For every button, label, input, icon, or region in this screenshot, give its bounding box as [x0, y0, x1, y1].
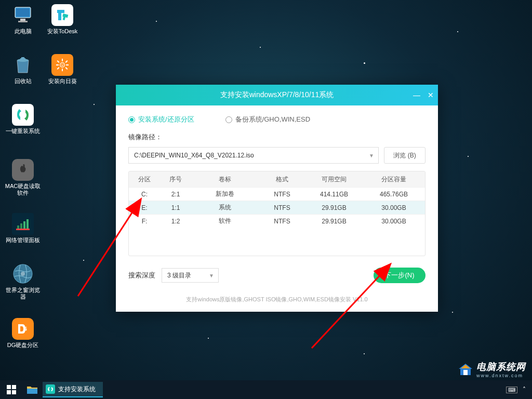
desktop-icon-this-pc[interactable]: 此电脑	[4, 4, 42, 35]
network-icon	[12, 213, 34, 235]
svg-rect-19	[20, 223, 22, 229]
svg-rect-9	[56, 64, 59, 65]
monitor-icon	[12, 4, 34, 26]
taskbar: 支持安装系统 ⌨ ˄	[0, 380, 532, 399]
apple-icon	[12, 159, 34, 181]
footer-info: 支持windows原版镜像,GHOST ISO镜像,GHO,WIM,ESD镜像安…	[128, 296, 425, 303]
recycle-bin-icon	[12, 54, 34, 76]
col-label: 卷标	[191, 175, 259, 184]
installer-icon	[46, 384, 55, 394]
search-depth-label: 搜索深度	[128, 271, 155, 280]
desktop-icon-todesk[interactable]: 安装ToDesk	[44, 4, 81, 35]
col-partition: 分区	[129, 175, 160, 184]
col-index: 序号	[160, 175, 191, 184]
desktop-icon-label: 网络管理面板	[6, 237, 40, 244]
desktop-icon-label: 此电脑	[15, 28, 32, 35]
svg-rect-20	[23, 221, 25, 229]
svg-rect-18	[17, 225, 19, 229]
col-capacity: 分区容量	[363, 175, 425, 184]
depth-value: 3 级目录	[167, 271, 191, 280]
svg-rect-31	[463, 370, 468, 375]
desktop-icon-browser[interactable]: 世界之窗浏览器	[4, 263, 42, 300]
chevron-down-icon: ▼	[369, 153, 374, 158]
col-format: 格式	[259, 175, 305, 184]
partition-table: 分区 序号 卷标 格式 可用空间 分区容量 C: 2:1 新加卷 NTFS 41…	[128, 171, 425, 256]
table-row[interactable]: F: 1:2 软件 NTFS 29.91GB 30.00GB	[129, 214, 425, 228]
desktop-icon-sunflower[interactable]: 安装向日葵	[44, 54, 81, 85]
svg-rect-21	[26, 219, 29, 229]
svg-rect-34	[12, 385, 16, 389]
browse-button[interactable]: 浏览 (B)	[384, 147, 425, 164]
taskbar-file-explorer[interactable]	[23, 380, 42, 399]
desktop-icon-label: 世界之窗浏览器	[4, 287, 42, 300]
next-button[interactable]: 下一步(N)	[374, 268, 425, 283]
radio-label: 备份系统/GHO,WIN,ESD	[235, 115, 310, 124]
desktop-icon-label: 安装ToDesk	[47, 28, 78, 35]
task-label: 支持安装系统	[58, 385, 96, 394]
chevron-down-icon: ▼	[209, 273, 214, 278]
start-button[interactable]	[0, 380, 23, 399]
radio-dot-icon	[128, 116, 135, 123]
svg-rect-2	[20, 19, 25, 21]
windows-icon	[7, 385, 16, 394]
watermark-title: 电脑系统网	[476, 361, 526, 373]
desktop-icon-label: DG硬盘分区	[7, 342, 39, 349]
desktop-icon-label: 一键重装系统	[6, 128, 40, 135]
globe-icon	[12, 263, 34, 285]
titlebar[interactable]: 支持安装windowsXP/7/8/10/11系统 — ✕	[116, 85, 438, 105]
close-button[interactable]: ✕	[428, 91, 434, 99]
col-free: 可用空间	[305, 175, 363, 184]
svg-rect-10	[66, 64, 69, 65]
svg-rect-35	[7, 390, 11, 394]
desktop-icon-dg[interactable]: DG硬盘分区	[4, 318, 42, 349]
radio-dot-icon	[225, 116, 232, 123]
radio-backup[interactable]: 备份系统/GHO,WIN,ESD	[225, 115, 310, 124]
desktop-icon-mac-disk[interactable]: MAC硬盘读取软件	[4, 159, 42, 196]
svg-rect-11	[57, 60, 60, 63]
svg-rect-12	[65, 60, 68, 63]
svg-rect-33	[7, 385, 11, 389]
table-row[interactable]: E: 1:1 系统 NTFS 29.91GB 30.00GB	[129, 201, 425, 214]
path-value: C:\DEEPIN_WIN10_X64_Q8_V2021.12.iso	[134, 152, 254, 159]
watermark-url: www.dnxtw.com	[476, 373, 526, 378]
desktop-icon-network-panel[interactable]: 网络管理面板	[4, 213, 42, 244]
tray-chevron-up-icon[interactable]: ˄	[523, 386, 526, 393]
folder-icon	[26, 385, 38, 394]
svg-rect-1	[16, 8, 30, 17]
install-dialog: 支持安装windowsXP/7/8/10/11系统 — ✕ 安装系统/还原分区 …	[116, 85, 438, 312]
svg-rect-14	[65, 67, 68, 70]
svg-point-25	[21, 272, 25, 276]
radio-install-restore[interactable]: 安装系统/还原分区	[128, 115, 194, 124]
search-depth-select[interactable]: 3 级目录 ▼	[162, 268, 219, 283]
minimize-button[interactable]: —	[413, 91, 420, 99]
radio-label: 安装系统/还原分区	[138, 115, 194, 124]
table-row[interactable]: C: 2:1 新加卷 NTFS 414.11GB 465.76GB	[129, 187, 425, 201]
desktop-icon-label: 安装向日葵	[48, 78, 77, 85]
svg-rect-3	[18, 21, 28, 22]
svg-rect-22	[16, 229, 30, 230]
svg-rect-36	[12, 390, 16, 394]
todesk-icon	[51, 4, 73, 26]
dg-icon	[12, 318, 34, 340]
svg-rect-13	[57, 67, 60, 70]
taskbar-task-installer[interactable]: 支持安装系统	[43, 382, 103, 397]
desktop-icon-label: 回收站	[15, 78, 32, 85]
desktop-icon-recycle-bin[interactable]: 回收站	[4, 54, 42, 85]
image-path-dropdown[interactable]: C:\DEEPIN_WIN10_X64_Q8_V2021.12.iso ▼	[128, 147, 379, 164]
svg-rect-8	[62, 69, 63, 71]
reinstall-icon	[12, 104, 34, 126]
desktop-icon-label: MAC硬盘读取软件	[4, 183, 42, 196]
watermark: 电脑系统网 www.dnxtw.com	[458, 361, 526, 378]
image-path-label: 镜像路径：	[128, 132, 425, 142]
sunflower-icon	[51, 54, 73, 76]
window-title: 支持安装windowsXP/7/8/10/11系统	[220, 90, 334, 100]
tray-keyboard-icon[interactable]: ⌨	[506, 387, 517, 393]
house-icon	[458, 363, 473, 376]
svg-rect-37	[27, 389, 37, 394]
desktop-icon-reinstall[interactable]: 一键重装系统	[4, 104, 42, 135]
svg-rect-7	[62, 59, 63, 61]
table-header: 分区 序号 卷标 格式 可用空间 分区容量	[129, 171, 425, 187]
